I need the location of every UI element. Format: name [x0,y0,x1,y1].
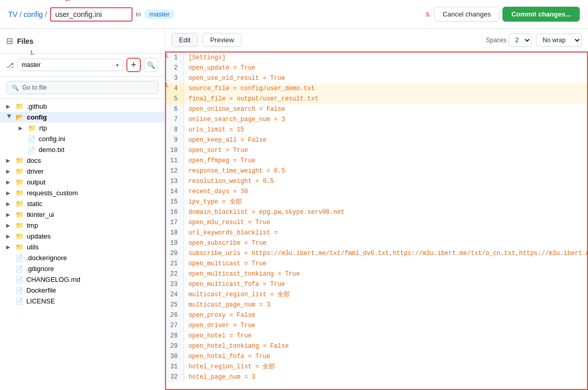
file-icon: 📄 [28,135,36,143]
line-content[interactable]: open_hotel_fofa = True [184,351,588,362]
line-content[interactable]: hotel_region_list = 全部 [184,362,588,372]
line-content[interactable]: final_file = output/user_result.txt [184,94,588,104]
line-content[interactable]: open_update = True [184,63,588,73]
git-branch-icon: ⎇ [6,61,14,69]
new-file-button[interactable]: + [126,58,141,72]
annotation-4: 4. [165,82,169,88]
line-number: 2 [166,63,184,73]
commit-changes-button[interactable]: Commit changes... [502,7,580,22]
tree-item-dockerfile[interactable]: 📄 Dockerfile [0,285,165,296]
tree-item-dockerignore[interactable]: 📄 .dockerignore [0,252,165,263]
line-content[interactable]: open_multicast_tonkiang = True [184,269,588,279]
table-row: 3open_use_old_result = True [166,73,588,83]
line-number: 9 [166,135,184,145]
table-row: 11open_ffmpeg = True [166,156,588,166]
tree-item-requests-custom[interactable]: ▶ 📁 requests_custom [0,188,165,198]
line-content[interactable]: ipv_type = 全部 [184,197,588,207]
line-content[interactable]: open_hotel_tonkiang = False [184,341,588,351]
line-content[interactable]: open_keep_all = False [184,135,588,145]
line-content[interactable]: open_use_old_result = True [184,73,588,83]
tree-item-label: .dockerignore [26,254,67,262]
line-content[interactable]: online_search_page_num = 3 [184,114,588,125]
line-number: 30 [166,351,184,362]
chevron-icon: ▶ [6,158,12,163]
file-icon: 📄 [15,255,23,262]
line-content[interactable]: hotel_page_num = 3 [184,372,588,382]
file-icon: 📄 [28,146,36,154]
cancel-changes-button[interactable]: Cancel changes [434,7,499,22]
line-content[interactable]: open_driver = True [184,320,588,331]
tree-item-utils[interactable]: ▶ 📁 utils [0,242,165,252]
tree-item-github[interactable]: ▶ 📁 .github [0,101,165,112]
line-content[interactable]: [Settings] [184,53,588,63]
tree-item-label: updates [27,232,51,240]
tree-item-rtp[interactable]: ▶ 📁 rtp [0,123,165,133]
line-content[interactable]: urls_limit = 15 [184,125,588,135]
line-content[interactable]: source_file = config/user_demo.txt [184,83,588,94]
edit-tab[interactable]: Edit [171,33,198,47]
line-content[interactable]: open_sort = True [184,145,588,156]
code-editor[interactable]: 1[Settings]2open_update = True3open_use_… [165,52,588,390]
line-number: 5 [166,94,184,104]
tree-item-changelog[interactable]: 📄 CHANGELOG.md [0,274,165,285]
tree-item-static[interactable]: ▶ 📁 static [0,198,165,209]
tree-item-docs[interactable]: ▶ 📁 docs [0,155,165,166]
tree-item-label: static [27,200,42,208]
filename-input[interactable] [50,7,133,22]
line-content[interactable]: resolution_weight = 0.5 [184,176,588,186]
line-content[interactable]: subscribe_urls = https://m3u.ibert.me/tx… [184,248,588,259]
line-content[interactable]: open_multicast_fofa = True [184,279,588,290]
tree-item-tkinter-ui[interactable]: ▶ 📁 tkinter_ui [0,209,165,220]
chevron-icon: ▶ [6,179,12,185]
table-row: 26open_proxy = False [166,310,588,320]
goto-file-input[interactable]: 🔍 Go to file [6,81,158,94]
table-row: 19open_subscribe = True [166,238,588,248]
tree-item-demo-txt[interactable]: 📄 demo.txt [0,144,165,155]
wrap-select[interactable]: No wrap Soft wrap [536,33,582,47]
line-number: 18 [166,228,184,238]
table-row: 14recent_days = 30 [166,186,588,197]
annotation-3: 3. [165,53,169,59]
line-content[interactable]: open_hotel = True [184,331,588,341]
branch-selector[interactable]: master ▾ [17,59,123,71]
anno-5-label: 5. [426,11,431,18]
tree-item-label: driver [27,167,44,175]
line-number: 20 [166,248,184,259]
line-content[interactable]: open_ffmpeg = True [184,156,588,166]
table-row: 20subscribe_urls = https://m3u.ibert.me/… [166,248,588,259]
tree-item-license[interactable]: 📄 LICENSE [0,296,165,307]
tree-item-gitignore[interactable]: 📄 .gitignore [0,263,165,274]
sidebar-panel-icon: ⊟ [6,36,13,46]
line-content[interactable]: response_time_weight = 0.5 [184,166,588,176]
preview-tab[interactable]: Preview [202,33,241,47]
table-row: 12response_time_weight = 0.5 [166,166,588,176]
line-content[interactable]: open_online_search = False [184,104,588,114]
line-content[interactable]: open_subscribe = True [184,238,588,248]
branch-chevron-icon: ▾ [116,62,119,68]
tree-item-updates[interactable]: ▶ 📁 updates [0,231,165,242]
line-content[interactable]: open_multicast = True [184,259,588,269]
folder-icon: 📁 [15,211,24,218]
line-number: 1 [166,53,184,63]
spaces-select-group: Spaces 2 4 [486,33,532,47]
line-content[interactable]: open_proxy = False [184,310,588,320]
tree-item-driver[interactable]: ▶ 📁 driver [0,166,165,177]
search-files-button[interactable]: 🔍 [144,58,158,72]
folder-link[interactable]: config [24,10,43,19]
line-content[interactable]: multicast_page_num = 3 [184,300,588,310]
repo-link[interactable]: TV [8,10,18,19]
line-number: 8 [166,125,184,135]
tree-item-label: .gitignore [26,265,54,273]
line-content[interactable]: domain_blacklist = epg.pw,skype.serv00.n… [184,207,588,217]
line-content[interactable]: recent_days = 30 [184,186,588,197]
line-number: 11 [166,156,184,166]
tree-item-tmp[interactable]: ▶ 📁 tmp [0,220,165,231]
line-content[interactable]: url_keywords_blacklist = [184,228,588,238]
line-content[interactable]: multicast_region_list = 全部 [184,290,588,300]
indent-select[interactable]: 2 4 [509,33,532,47]
table-row: 13resolution_weight = 0.5 [166,176,588,186]
tree-item-output[interactable]: ▶ 📁 output [0,177,165,188]
tree-item-config[interactable]: ▶ 📂 config [0,112,165,123]
tree-item-config-ini[interactable]: 📄 config.ini [0,133,165,144]
line-content[interactable]: open_m3u_result = True [184,217,588,228]
